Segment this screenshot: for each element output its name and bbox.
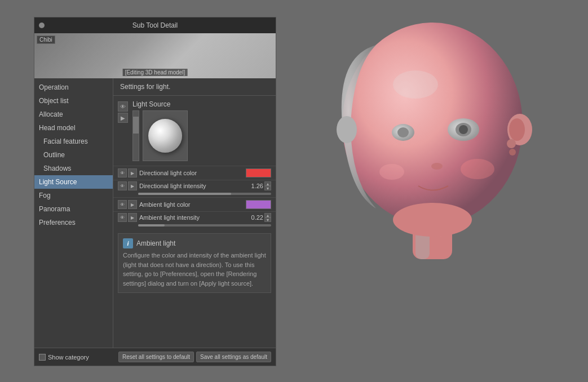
head-3d-area (276, 0, 588, 327)
amb-light-color-swatch[interactable] (246, 200, 271, 209)
sidebar-nav: OperationObject listAllocateHead modelFa… (34, 78, 113, 348)
info-header: i Ambient light (123, 238, 266, 248)
sub-tool-detail-panel: Sub Tool Detail Chibi [Editing 3D head m… (34, 17, 276, 366)
dir-light-intensity-value: 1.26 (246, 183, 263, 189)
title-bar: Sub Tool Detail (34, 17, 276, 33)
bottom-buttons: Reset all settings to default Save all s… (118, 352, 271, 362)
amb-color-expand-btn[interactable]: ▶ (128, 200, 137, 209)
content-area: Settings for light. 👁 ▶ Light Source (113, 78, 276, 348)
amb-int-expand-btn[interactable]: ▶ (128, 213, 137, 222)
dir-light-intensity-label: Directional light intensity (139, 183, 244, 189)
dir-int-slider-fill (138, 193, 231, 195)
amb-light-color-label: Ambient light color (139, 201, 244, 208)
show-category-label: Show category (48, 354, 89, 361)
eye-left-iris (397, 127, 409, 137)
info-title: Ambient light (136, 239, 175, 247)
vertical-slider-thumb[interactable] (133, 117, 139, 134)
sidebar-item-preferences[interactable]: Preferences (34, 216, 113, 229)
sidebar-item-fog[interactable]: Fog (34, 189, 113, 202)
amb-light-intensity-label: Ambient light intensity (139, 214, 244, 221)
amb-color-eye-btn[interactable]: 👁 (118, 200, 127, 209)
light-preview-row: 👁 ▶ Light Source (113, 96, 276, 166)
forehead-highlight (393, 70, 438, 99)
info-icon: i (123, 238, 133, 248)
dir-int-expand-btn[interactable]: ▶ (128, 181, 137, 190)
panel-body: OperationObject listAllocateHead modelFa… (34, 78, 276, 348)
sidebar-item-object-list[interactable]: Object list (34, 94, 113, 108)
sidebar-item-head-model[interactable]: Head model (34, 121, 113, 135)
sidebar-item-allocate[interactable]: Allocate (34, 108, 113, 121)
light-source-panel: 👁 ▶ Light Source (113, 96, 276, 348)
sphere-visual (148, 119, 182, 153)
dir-int-eye-btn[interactable]: 👁 (118, 181, 127, 190)
dir-color-eye-btn[interactable]: 👁 (118, 168, 127, 177)
dir-light-color-label: Directional light color (139, 170, 244, 176)
preview-area: Chibi [Editing 3D head model] (34, 33, 276, 78)
amb-int-slider[interactable] (138, 224, 271, 226)
ambient-intensity-row: 👁 ▶ Ambient light intensity 0.22 ▲ ▼ (113, 211, 276, 229)
preview-label: [Editing 3D head model] (123, 69, 188, 76)
chibi-tag: Chibi (37, 35, 55, 44)
chin-shape (393, 203, 472, 237)
reset-button[interactable]: Reset all settings to default (118, 352, 194, 362)
close-button[interactable] (39, 23, 45, 28)
dir-int-up-btn[interactable]: ▲ (264, 181, 271, 186)
show-category-toggle[interactable]: Show category (39, 354, 89, 361)
sidebar-item-outline[interactable]: Outline (34, 148, 113, 162)
expand-btn[interactable]: ▶ (118, 113, 128, 123)
show-category-checkbox[interactable] (39, 354, 46, 361)
window-title: Sub Tool Detail (132, 21, 178, 29)
amb-int-up-btn[interactable]: ▲ (264, 213, 271, 217)
save-button[interactable]: Save all settings as default (196, 352, 271, 362)
amb-int-slider-fill (138, 224, 165, 226)
eye-toggle-btn[interactable]: 👁 (118, 101, 128, 112)
info-text: Configure the color and intensity of the… (123, 251, 266, 288)
dir-int-down-btn[interactable]: ▼ (264, 186, 271, 190)
directional-light-color-row: 👁 ▶ Directional light color (113, 166, 276, 180)
dir-color-expand-btn[interactable]: ▶ (128, 168, 137, 177)
head-3d-render (297, 0, 568, 327)
cheek-left (379, 164, 404, 180)
eye-right-pupil (459, 125, 468, 134)
sidebar-item-light-source[interactable]: Light Source (34, 175, 113, 189)
bottom-bar: Show category Reset all settings to defa… (34, 348, 276, 366)
dir-light-color-swatch[interactable] (246, 168, 271, 177)
sidebar-item-shadows[interactable]: Shadows (34, 162, 113, 175)
nose (431, 163, 443, 170)
info-box: i Ambient light Configure the color and … (118, 233, 271, 293)
amb-light-intensity-value: 0.22 (246, 214, 263, 221)
ear-left (337, 116, 357, 143)
cheek-right (461, 159, 494, 179)
light-sphere[interactable] (143, 110, 188, 161)
sidebar-item-facial-features[interactable]: Facial features (34, 135, 113, 148)
sidebar-item-panorama[interactable]: Panorama (34, 202, 113, 216)
ambient-light-color-row: 👁 ▶ Ambient light color (113, 197, 276, 211)
ear-lobe-right (507, 139, 516, 148)
ear-right-inner (509, 118, 525, 141)
dir-int-slider[interactable] (138, 193, 271, 195)
directional-intensity-row: 👁 ▶ Directional light intensity 1.26 ▲ ▼ (113, 180, 276, 197)
amb-int-down-btn[interactable]: ▼ (264, 217, 271, 222)
sidebar-item-operation[interactable]: Operation (34, 81, 113, 94)
settings-header: Settings for light. (113, 78, 276, 96)
amb-int-eye-btn[interactable]: 👁 (118, 213, 127, 222)
ear-detail (509, 149, 516, 156)
light-source-title: Light Source (132, 100, 170, 108)
